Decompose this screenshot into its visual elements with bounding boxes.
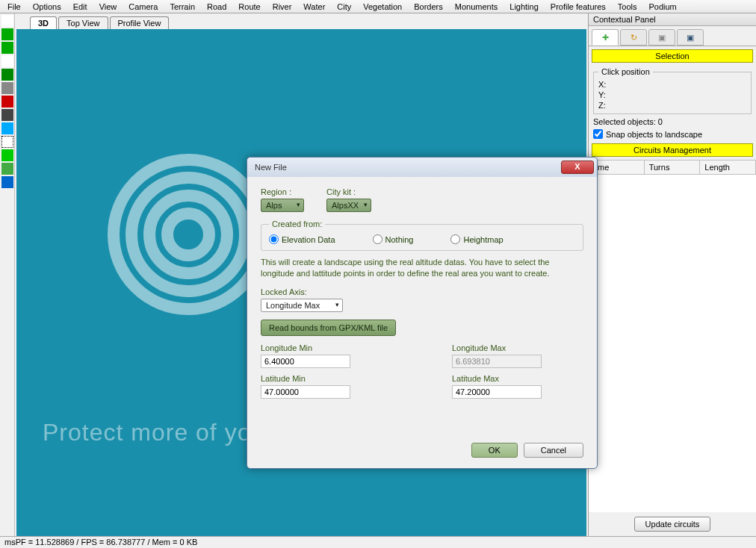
longitude-min-input[interactable] bbox=[261, 355, 350, 368]
tool-icon-11[interactable] bbox=[1, 163, 13, 175]
created-from-group: Created from: Elevation Data Nothing Hei… bbox=[261, 219, 583, 251]
camera-icon: ▣ bbox=[687, 33, 694, 43]
panel-title: Contextual Panel bbox=[589, 13, 756, 26]
menu-city[interactable]: City bbox=[332, 1, 356, 11]
svg-point-3 bbox=[167, 214, 209, 255]
locked-axis-label: Locked Axis: bbox=[261, 287, 583, 296]
menu-view[interactable]: View bbox=[95, 1, 122, 11]
tool-icon-3[interactable] bbox=[1, 55, 13, 67]
col-length[interactable]: Length bbox=[700, 161, 756, 174]
tool-icon-9[interactable] bbox=[1, 136, 13, 148]
menu-edit[interactable]: Edit bbox=[69, 1, 92, 11]
created-from-label: Created from: bbox=[269, 219, 325, 228]
menu-road[interactable]: Road bbox=[202, 1, 231, 11]
circuits-header: Circuits Management bbox=[592, 143, 753, 157]
locked-axis-select[interactable]: Longitude Max bbox=[261, 299, 343, 312]
region-select[interactable]: Alps bbox=[261, 199, 304, 212]
tool-icon-0[interactable] bbox=[1, 15, 13, 27]
tool-icon-10[interactable] bbox=[1, 149, 13, 161]
tool-icon-2[interactable] bbox=[1, 42, 13, 54]
click-x: X: bbox=[598, 79, 746, 90]
menu-file[interactable]: File bbox=[3, 1, 25, 11]
menubar: File Options Edit View Camera Terrain Ro… bbox=[0, 0, 756, 13]
dialog-close-button[interactable]: X bbox=[561, 161, 594, 174]
read-bounds-button[interactable]: Read bounds from GPX/KML file bbox=[261, 320, 396, 336]
latitude-max-label: Latitude Max bbox=[452, 374, 583, 383]
svg-point-2 bbox=[149, 196, 227, 273]
tab-top-view[interactable]: Top View bbox=[58, 16, 108, 29]
tool-icon-12[interactable] bbox=[1, 176, 13, 188]
contextual-panel: Contextual Panel ✚ ↻ ▣ ▣ Selection Click… bbox=[588, 13, 756, 536]
circuits-table-header: ame Turns Length bbox=[589, 160, 756, 175]
ok-button[interactable]: OK bbox=[471, 443, 518, 458]
radio-nothing[interactable] bbox=[373, 234, 382, 244]
menu-borders[interactable]: Borders bbox=[409, 1, 447, 11]
radio-elevation-data[interactable] bbox=[269, 234, 279, 244]
menu-tools[interactable]: Tools bbox=[613, 1, 642, 11]
tool-icon-6[interactable] bbox=[1, 96, 13, 108]
radio-nothing-label: Nothing bbox=[385, 235, 414, 244]
tool-icon-7[interactable] bbox=[1, 109, 13, 121]
tool-icon-1[interactable] bbox=[1, 28, 13, 40]
tab-3d[interactable]: 3D bbox=[30, 16, 57, 29]
click-position-group: Click position X: Y: Z: bbox=[593, 67, 752, 114]
menu-podium[interactable]: Podium bbox=[644, 1, 681, 11]
dialog-title-text: New File bbox=[255, 163, 561, 172]
longitude-min-label: Longitude Min bbox=[261, 343, 392, 352]
menu-route[interactable]: Route bbox=[234, 1, 264, 11]
tool-palette bbox=[0, 13, 15, 536]
latitude-max-input[interactable] bbox=[452, 385, 542, 399]
region-label: Region : bbox=[261, 187, 304, 196]
menu-monuments[interactable]: Monuments bbox=[450, 1, 502, 11]
menu-profile-features[interactable]: Profile features bbox=[546, 1, 610, 11]
ctx-tab-refresh[interactable]: ↻ bbox=[620, 29, 647, 46]
description-text: This will create a landscape using the r… bbox=[261, 257, 583, 280]
puzzle-icon: ✚ bbox=[602, 33, 609, 43]
menu-river[interactable]: River bbox=[268, 1, 297, 11]
tool-icon-4[interactable] bbox=[1, 69, 13, 81]
longitude-max-input[interactable] bbox=[452, 355, 542, 368]
latitude-min-label: Latitude Min bbox=[261, 374, 392, 383]
radio-heightmap[interactable] bbox=[450, 234, 460, 244]
ctx-tab-puzzle[interactable]: ✚ bbox=[592, 29, 619, 46]
menu-camera[interactable]: Camera bbox=[124, 1, 162, 11]
selected-objects-count: Selected objects: 0 bbox=[589, 116, 756, 128]
tool-icon-5[interactable] bbox=[1, 82, 13, 94]
click-z: Z: bbox=[598, 100, 746, 110]
menu-lighting[interactable]: Lighting bbox=[505, 1, 543, 11]
col-turns[interactable]: Turns bbox=[645, 161, 701, 174]
new-file-dialog: New File X Region : Alps City kit : Alps… bbox=[247, 157, 598, 469]
radio-heightmap-label: Heightmap bbox=[463, 235, 503, 244]
square-icon: ▣ bbox=[658, 33, 666, 43]
click-position-label: Click position bbox=[598, 67, 653, 76]
latitude-min-input[interactable] bbox=[261, 385, 350, 399]
snap-checkbox[interactable] bbox=[593, 129, 603, 139]
menu-vegetation[interactable]: Vegetation bbox=[359, 1, 406, 11]
tab-profile-view[interactable]: Profile View bbox=[110, 16, 170, 29]
menu-options[interactable]: Options bbox=[28, 1, 66, 11]
refresh-icon: ↻ bbox=[630, 33, 637, 43]
context-tabbar: ✚ ↻ ▣ ▣ bbox=[589, 26, 756, 46]
circuits-table-body bbox=[589, 175, 756, 512]
close-icon: X bbox=[574, 162, 580, 171]
ctx-tab-square[interactable]: ▣ bbox=[648, 29, 675, 46]
snap-label: Snap objects to landscape bbox=[606, 130, 702, 139]
view-tabs: 3D Top View Profile View bbox=[15, 13, 588, 29]
cancel-button[interactable]: Cancel bbox=[524, 443, 583, 458]
citykit-select[interactable]: AlpsXX bbox=[326, 199, 371, 212]
dialog-titlebar[interactable]: New File X bbox=[247, 158, 597, 177]
menu-water[interactable]: Water bbox=[299, 1, 329, 11]
menu-terrain[interactable]: Terrain bbox=[165, 1, 199, 11]
radio-elevation-label: Elevation Data bbox=[282, 235, 335, 244]
tool-icon-8[interactable] bbox=[1, 122, 13, 134]
citykit-label: City kit : bbox=[326, 187, 371, 196]
click-y: Y: bbox=[598, 90, 746, 100]
longitude-max-label: Longitude Max bbox=[452, 343, 583, 352]
ctx-tab-camera[interactable]: ▣ bbox=[677, 29, 704, 46]
selection-header: Selection bbox=[592, 49, 753, 63]
statusbar: msPF = 11.528869 / FPS = 86.738777 / Mem… bbox=[0, 536, 756, 548]
update-circuits-button[interactable]: Update circuits bbox=[634, 517, 711, 532]
